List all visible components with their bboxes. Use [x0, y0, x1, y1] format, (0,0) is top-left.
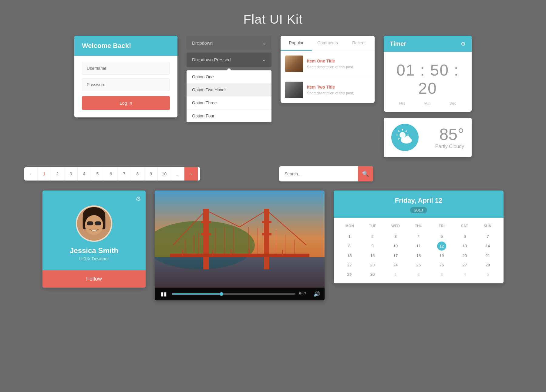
- pagination-page-7[interactable]: 7: [118, 167, 131, 181]
- volume-button[interactable]: 🔊: [313, 291, 320, 297]
- calendar-day-9[interactable]: 9: [361, 242, 384, 251]
- calendar-day-12[interactable]: 12: [437, 242, 446, 251]
- calendar-day-19[interactable]: 19: [430, 251, 453, 260]
- day-label-wed: WED: [384, 222, 407, 230]
- dropdown-pressed-chevron-icon: ⌄: [262, 57, 266, 63]
- calendar-day-11[interactable]: 11: [407, 242, 430, 251]
- pagination-page-1[interactable]: 1: [38, 167, 51, 181]
- calendar-day-15[interactable]: 15: [338, 251, 361, 260]
- calendar-day-5[interactable]: 5: [430, 232, 453, 241]
- svg-rect-18: [95, 221, 101, 225]
- svg-rect-22: [155, 257, 325, 288]
- pagination-page-5[interactable]: 5: [91, 167, 104, 181]
- calendar-day-32[interactable]: 2: [407, 270, 430, 279]
- tab-recent[interactable]: Recent: [343, 36, 375, 51]
- calendar-day-7[interactable]: 7: [477, 232, 499, 241]
- calendar-day-18[interactable]: 18: [407, 251, 430, 260]
- calendar-day-25[interactable]: 25: [407, 261, 430, 269]
- search-icon: 🔍: [362, 171, 369, 177]
- svg-rect-23: [203, 209, 209, 269]
- dropdown-option-4[interactable]: Option Four: [187, 110, 271, 122]
- timer-card: Timer ⚙ 01 : 50 : 20 Hrs Min Sec: [384, 36, 472, 112]
- svg-point-11: [404, 136, 410, 142]
- search-bar: 🔍: [279, 166, 373, 181]
- calendar-day-35[interactable]: 5: [477, 270, 499, 279]
- calendar-day-23[interactable]: 23: [361, 261, 384, 269]
- weather-cloud-sun-icon: [396, 128, 414, 147]
- dropdown-card: Dropdown ⌄ Dropdown Pressed ⌄ Option One…: [187, 36, 271, 122]
- pagination-page-4[interactable]: 4: [78, 167, 91, 181]
- profile-name: Jessica Smith: [70, 246, 118, 255]
- pagination-page-9[interactable]: 9: [144, 167, 158, 181]
- pagination-page-3[interactable]: 3: [64, 167, 78, 181]
- pagination-page-8[interactable]: 8: [131, 167, 144, 181]
- calendar-day-33[interactable]: 3: [430, 270, 453, 279]
- calendar-day-1[interactable]: 1: [338, 232, 361, 241]
- pagination-next-button[interactable]: ›: [184, 167, 198, 181]
- video-preview: [155, 191, 325, 288]
- pagination-page-2[interactable]: 2: [51, 167, 64, 181]
- calendar-day-14[interactable]: 14: [477, 242, 499, 251]
- progress-fill: [172, 293, 221, 295]
- tab-popular[interactable]: Popular: [281, 36, 312, 51]
- svg-rect-46: [212, 250, 213, 256]
- calendar-day-6[interactable]: 6: [453, 232, 476, 241]
- dropdown-pressed-trigger[interactable]: Dropdown Pressed ⌄: [187, 52, 271, 67]
- pause-button[interactable]: ▮▮: [159, 291, 168, 297]
- svg-point-16: [85, 215, 103, 235]
- calendar-day-10[interactable]: 10: [384, 242, 407, 251]
- timer-hrs-label: Hrs: [399, 101, 405, 106]
- dropdown-option-3[interactable]: Option Three: [187, 96, 271, 110]
- middle-row: ‹ 1 2 3 4 5 6 7 8 9 10 ... › 🔍: [0, 166, 546, 181]
- timer-gear-icon[interactable]: ⚙: [461, 41, 466, 47]
- timer-colon-2: :: [454, 61, 459, 79]
- post-title-2: Item Two Title: [307, 85, 354, 90]
- weather-info: 85° Partly Cloudy: [425, 126, 464, 149]
- calendar-day-17[interactable]: 17: [384, 251, 407, 260]
- weather-temp: 85°: [425, 126, 464, 142]
- tab-comments[interactable]: Comments: [312, 36, 343, 51]
- search-input[interactable]: [279, 167, 358, 180]
- calendar-day-21[interactable]: 21: [477, 251, 499, 260]
- dropdown-caret: [187, 68, 271, 70]
- calendar-day-30[interactable]: 30: [361, 270, 384, 279]
- calendar-day-22[interactable]: 22: [338, 261, 361, 269]
- calendar-day-2[interactable]: 2: [361, 232, 384, 241]
- calendar-day-20[interactable]: 20: [453, 251, 476, 260]
- post-thumb-1: [285, 56, 303, 72]
- dropdown-chevron-icon: ⌄: [262, 40, 266, 46]
- password-input[interactable]: [82, 78, 170, 91]
- calendar-day-8[interactable]: 8: [338, 242, 361, 251]
- profile-gear-icon[interactable]: ⚙: [136, 195, 141, 202]
- pagination-page-6[interactable]: 6: [104, 167, 118, 181]
- svg-rect-42: [201, 233, 211, 235]
- calendar-day-27[interactable]: 27: [453, 261, 476, 269]
- dropdown-label: Dropdown: [192, 40, 213, 46]
- calendar-day-3[interactable]: 3: [384, 232, 407, 241]
- calendar-day-31[interactable]: 1: [384, 270, 407, 279]
- calendar-day-29[interactable]: 29: [338, 270, 361, 279]
- calendar-day-24[interactable]: 24: [384, 261, 407, 269]
- dropdown-option-2[interactable]: Option Two Hover: [187, 83, 271, 96]
- calendar-day-28[interactable]: 28: [477, 261, 499, 269]
- calendar-day-34[interactable]: 4: [453, 270, 476, 279]
- pagination: ‹ 1 2 3 4 5 6 7 8 9 10 ... ›: [24, 167, 200, 181]
- svg-rect-44: [262, 233, 271, 235]
- login-button[interactable]: Log In: [82, 96, 170, 110]
- follow-button[interactable]: Follow: [42, 270, 146, 288]
- svg-rect-41: [201, 221, 211, 223]
- pagination-page-10[interactable]: 10: [158, 167, 171, 181]
- calendar-day-13[interactable]: 13: [453, 242, 476, 251]
- username-input[interactable]: [82, 62, 170, 75]
- calendar-day-4[interactable]: 4: [407, 232, 430, 241]
- dropdown-option-1[interactable]: Option One: [187, 70, 271, 83]
- pagination-prev-button[interactable]: ‹: [24, 167, 38, 181]
- post-item-1: Item One Title Short description of this…: [281, 51, 375, 77]
- post-item-2: Item Two Title Short description of this…: [281, 77, 375, 103]
- progress-bar[interactable]: [172, 293, 295, 295]
- calendar-day-16[interactable]: 16: [361, 251, 384, 260]
- calendar-day-26[interactable]: 26: [430, 261, 453, 269]
- dropdown-trigger[interactable]: Dropdown ⌄: [187, 36, 271, 50]
- search-button[interactable]: 🔍: [358, 166, 373, 181]
- day-label-sun: SUN: [476, 222, 499, 230]
